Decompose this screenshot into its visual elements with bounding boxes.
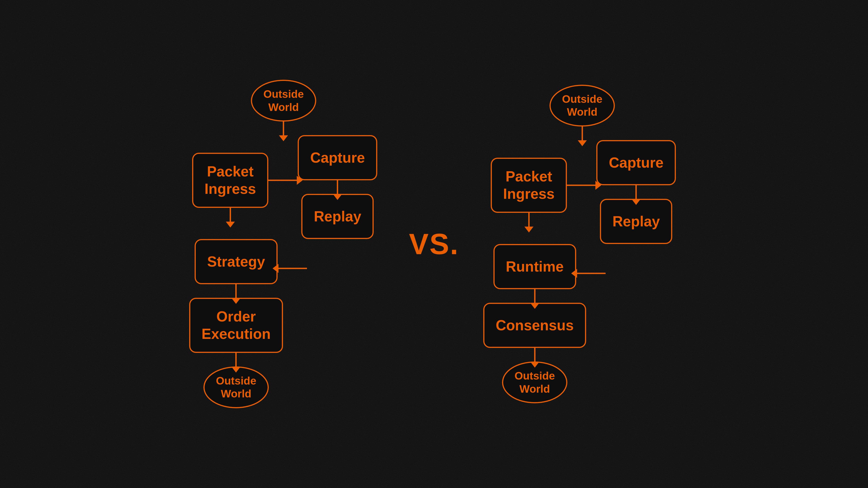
right-arrow-left-1 (576, 273, 606, 274)
right-arrow-1 (582, 125, 583, 141)
main-container: Outside World Packet Ingress (0, 0, 868, 488)
left-packet-ingress: Packet Ingress (192, 153, 269, 208)
right-oval-bottom: Outside World (502, 361, 567, 403)
left-arrow-5 (235, 352, 237, 367)
right-arrow-4 (534, 288, 535, 304)
left-arrow-left-1 (278, 268, 307, 269)
right-oval-top: Outside World (550, 85, 615, 127)
left-order-execution: Order Execution (189, 298, 283, 353)
left-replay: Replay (301, 194, 374, 239)
right-capture: Capture (596, 140, 676, 185)
left-diagram: Outside World Packet Ingress (174, 66, 395, 422)
left-arrow-2 (230, 207, 231, 223)
right-replay: Replay (600, 199, 672, 244)
right-arrow-right-1 (567, 185, 596, 186)
left-oval-top: Outside World (251, 80, 316, 122)
left-oval-bottom: Outside World (204, 366, 269, 408)
right-outside-world-top: Outside World (550, 85, 615, 140)
right-consensus: Consensus (483, 303, 586, 348)
left-outside-world-top: Outside World (251, 80, 316, 135)
left-arrow-right-1 (268, 180, 298, 181)
left-capture: Capture (298, 135, 377, 180)
left-arrow-1 (283, 121, 284, 136)
right-arrow-2 (528, 212, 530, 228)
vs-label: VS. (395, 227, 473, 261)
left-arrow-3 (337, 179, 338, 195)
right-packet-ingress: Packet Ingress (491, 158, 567, 213)
right-diagram: Outside World Packet Ingress (473, 71, 694, 417)
left-strategy: Strategy (195, 239, 277, 284)
right-arrow-5 (534, 347, 535, 363)
right-runtime: Runtime (493, 244, 576, 289)
right-arrow-3 (636, 184, 637, 200)
left-arrow-4 (235, 283, 237, 299)
